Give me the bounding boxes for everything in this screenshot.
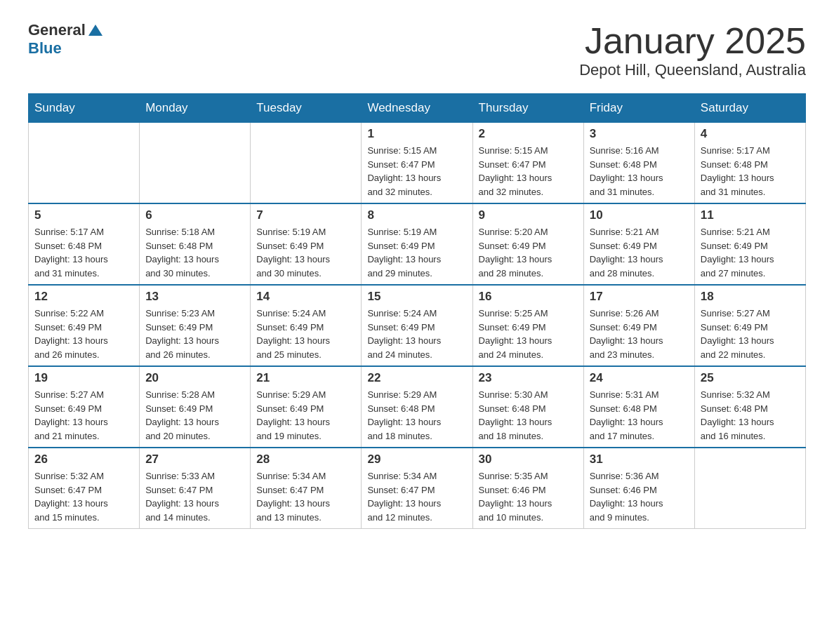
calendar-cell: 10Sunrise: 5:21 AMSunset: 6:49 PMDayligh…	[583, 203, 694, 285]
day-number: 3	[590, 127, 689, 141]
day-header-friday: Friday	[583, 94, 694, 123]
day-number: 25	[701, 371, 800, 385]
calendar-header-row: SundayMondayTuesdayWednesdayThursdayFrid…	[29, 94, 806, 123]
day-number: 30	[479, 452, 578, 467]
calendar-cell: 31Sunrise: 5:36 AMSunset: 6:46 PMDayligh…	[583, 448, 694, 529]
calendar-cell: 30Sunrise: 5:35 AMSunset: 6:46 PMDayligh…	[472, 448, 583, 529]
day-info: Sunrise: 5:19 AMSunset: 6:49 PMDaylight:…	[367, 225, 466, 280]
day-info: Sunrise: 5:21 AMSunset: 6:49 PMDaylight:…	[701, 225, 800, 280]
calendar-cell: 9Sunrise: 5:20 AMSunset: 6:49 PMDaylight…	[472, 203, 583, 285]
title-section: January 2025 Depot Hill, Queensland, Aus…	[579, 21, 806, 79]
calendar-week-row: 19Sunrise: 5:27 AMSunset: 6:49 PMDayligh…	[29, 366, 806, 448]
day-number: 18	[701, 290, 800, 304]
day-info: Sunrise: 5:28 AMSunset: 6:49 PMDaylight:…	[145, 388, 244, 443]
day-number: 12	[34, 290, 133, 304]
calendar-week-row: 5Sunrise: 5:17 AMSunset: 6:48 PMDaylight…	[29, 203, 806, 285]
calendar-cell: 2Sunrise: 5:15 AMSunset: 6:47 PMDaylight…	[472, 123, 583, 204]
day-info: Sunrise: 5:23 AMSunset: 6:49 PMDaylight:…	[145, 307, 244, 361]
day-info: Sunrise: 5:36 AMSunset: 6:46 PMDaylight:…	[590, 469, 689, 524]
day-number: 16	[479, 290, 578, 304]
calendar-cell: 6Sunrise: 5:18 AMSunset: 6:48 PMDaylight…	[140, 203, 251, 285]
calendar-cell: 3Sunrise: 5:16 AMSunset: 6:48 PMDaylight…	[583, 123, 694, 204]
day-info: Sunrise: 5:24 AMSunset: 6:49 PMDaylight:…	[256, 307, 355, 361]
day-info: Sunrise: 5:15 AMSunset: 6:47 PMDaylight:…	[479, 144, 578, 199]
day-number: 28	[256, 452, 355, 467]
calendar-week-row: 26Sunrise: 5:32 AMSunset: 6:47 PMDayligh…	[29, 448, 806, 529]
calendar-cell: 18Sunrise: 5:27 AMSunset: 6:49 PMDayligh…	[694, 285, 805, 366]
calendar-cell: 24Sunrise: 5:31 AMSunset: 6:48 PMDayligh…	[583, 366, 694, 448]
day-number: 19	[34, 371, 133, 385]
day-info: Sunrise: 5:18 AMSunset: 6:48 PMDaylight:…	[145, 225, 244, 280]
day-number: 22	[367, 371, 466, 385]
day-info: Sunrise: 5:30 AMSunset: 6:48 PMDaylight:…	[479, 388, 578, 443]
day-number: 9	[479, 208, 578, 222]
day-number: 21	[256, 371, 355, 385]
calendar-cell	[29, 123, 140, 204]
day-number: 14	[256, 290, 355, 304]
calendar-cell: 11Sunrise: 5:21 AMSunset: 6:49 PMDayligh…	[694, 203, 805, 285]
calendar-cell: 29Sunrise: 5:34 AMSunset: 6:47 PMDayligh…	[362, 448, 472, 529]
day-number: 24	[590, 371, 689, 385]
month-title: January 2025	[579, 21, 806, 61]
logo-general-text: General	[28, 21, 86, 39]
day-number: 2	[479, 127, 578, 141]
day-info: Sunrise: 5:29 AMSunset: 6:48 PMDaylight:…	[367, 388, 466, 443]
day-info: Sunrise: 5:34 AMSunset: 6:47 PMDaylight:…	[256, 469, 355, 524]
day-number: 23	[479, 371, 578, 385]
calendar-cell: 25Sunrise: 5:32 AMSunset: 6:48 PMDayligh…	[694, 366, 805, 448]
day-number: 29	[367, 452, 466, 467]
day-info: Sunrise: 5:15 AMSunset: 6:47 PMDaylight:…	[367, 144, 466, 199]
logo: General Blue	[28, 21, 102, 58]
day-number: 15	[367, 290, 466, 304]
day-info: Sunrise: 5:32 AMSunset: 6:47 PMDaylight:…	[34, 469, 133, 524]
calendar-cell: 22Sunrise: 5:29 AMSunset: 6:48 PMDayligh…	[362, 366, 472, 448]
calendar-cell: 1Sunrise: 5:15 AMSunset: 6:47 PMDaylight…	[362, 123, 472, 204]
day-info: Sunrise: 5:32 AMSunset: 6:48 PMDaylight:…	[701, 388, 800, 443]
day-number: 10	[590, 208, 689, 222]
day-info: Sunrise: 5:26 AMSunset: 6:49 PMDaylight:…	[590, 307, 689, 361]
day-info: Sunrise: 5:19 AMSunset: 6:49 PMDaylight:…	[256, 225, 355, 280]
day-number: 6	[145, 208, 244, 222]
calendar-cell	[694, 448, 805, 529]
calendar-cell: 14Sunrise: 5:24 AMSunset: 6:49 PMDayligh…	[251, 285, 362, 366]
calendar-cell: 7Sunrise: 5:19 AMSunset: 6:49 PMDaylight…	[251, 203, 362, 285]
calendar-cell: 20Sunrise: 5:28 AMSunset: 6:49 PMDayligh…	[140, 366, 251, 448]
calendar-cell: 16Sunrise: 5:25 AMSunset: 6:49 PMDayligh…	[472, 285, 583, 366]
day-number: 31	[590, 452, 689, 467]
day-number: 27	[145, 452, 244, 467]
calendar-cell: 17Sunrise: 5:26 AMSunset: 6:49 PMDayligh…	[583, 285, 694, 366]
calendar-cell	[140, 123, 251, 204]
calendar-cell: 13Sunrise: 5:23 AMSunset: 6:49 PMDayligh…	[140, 285, 251, 366]
calendar-cell: 12Sunrise: 5:22 AMSunset: 6:49 PMDayligh…	[29, 285, 140, 366]
day-info: Sunrise: 5:29 AMSunset: 6:49 PMDaylight:…	[256, 388, 355, 443]
calendar-cell: 27Sunrise: 5:33 AMSunset: 6:47 PMDayligh…	[140, 448, 251, 529]
calendar-cell: 21Sunrise: 5:29 AMSunset: 6:49 PMDayligh…	[251, 366, 362, 448]
day-info: Sunrise: 5:27 AMSunset: 6:49 PMDaylight:…	[701, 307, 800, 361]
day-header-wednesday: Wednesday	[362, 94, 472, 123]
calendar-cell: 23Sunrise: 5:30 AMSunset: 6:48 PMDayligh…	[472, 366, 583, 448]
calendar-cell: 19Sunrise: 5:27 AMSunset: 6:49 PMDayligh…	[29, 366, 140, 448]
day-info: Sunrise: 5:35 AMSunset: 6:46 PMDaylight:…	[479, 469, 578, 524]
calendar-week-row: 1Sunrise: 5:15 AMSunset: 6:47 PMDaylight…	[29, 123, 806, 204]
day-info: Sunrise: 5:34 AMSunset: 6:47 PMDaylight:…	[367, 469, 466, 524]
day-info: Sunrise: 5:21 AMSunset: 6:49 PMDaylight:…	[590, 225, 689, 280]
day-info: Sunrise: 5:25 AMSunset: 6:49 PMDaylight:…	[479, 307, 578, 361]
day-info: Sunrise: 5:27 AMSunset: 6:49 PMDaylight:…	[34, 388, 133, 443]
day-number: 4	[701, 127, 800, 141]
calendar-cell: 28Sunrise: 5:34 AMSunset: 6:47 PMDayligh…	[251, 448, 362, 529]
calendar-week-row: 12Sunrise: 5:22 AMSunset: 6:49 PMDayligh…	[29, 285, 806, 366]
page-header: General Blue January 2025 Depot Hill, Qu…	[28, 21, 806, 79]
day-number: 17	[590, 290, 689, 304]
day-number: 26	[34, 452, 133, 467]
day-number: 7	[256, 208, 355, 222]
day-header-sunday: Sunday	[29, 94, 140, 123]
day-info: Sunrise: 5:22 AMSunset: 6:49 PMDaylight:…	[34, 307, 133, 361]
calendar-cell: 8Sunrise: 5:19 AMSunset: 6:49 PMDaylight…	[362, 203, 472, 285]
day-info: Sunrise: 5:24 AMSunset: 6:49 PMDaylight:…	[367, 307, 466, 361]
day-number: 11	[701, 208, 800, 222]
day-info: Sunrise: 5:20 AMSunset: 6:49 PMDaylight:…	[479, 225, 578, 280]
day-header-thursday: Thursday	[472, 94, 583, 123]
logo-blue-text: Blue	[28, 39, 62, 58]
location-title: Depot Hill, Queensland, Australia	[579, 61, 806, 79]
day-info: Sunrise: 5:17 AMSunset: 6:48 PMDaylight:…	[34, 225, 133, 280]
